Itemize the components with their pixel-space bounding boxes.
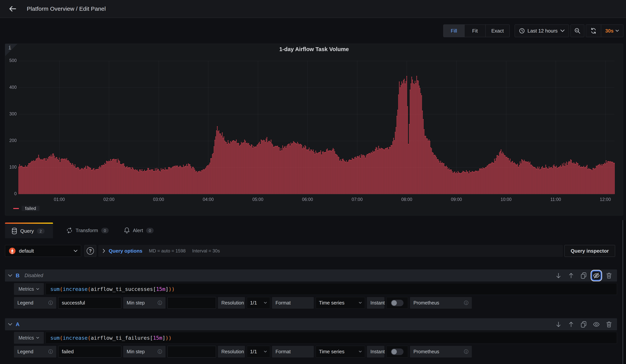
query-actions	[554, 271, 613, 280]
metrics-dropdown[interactable]: Metrics	[14, 332, 44, 344]
duplicate-query-button[interactable]	[580, 320, 588, 329]
legend-input[interactable]	[58, 346, 121, 358]
query-actions	[554, 320, 613, 329]
toggle-track	[391, 300, 403, 306]
chevron-down-icon	[264, 302, 267, 304]
info-icon[interactable]: ⓘ	[46, 349, 53, 355]
instant-toggle[interactable]	[386, 346, 408, 358]
arrow-up-icon	[568, 321, 574, 327]
instant-field-label: Instant	[367, 297, 384, 309]
datasource-picker[interactable]: default	[5, 245, 81, 257]
format-select[interactable]: Time series	[316, 297, 365, 309]
prometheus-icon	[9, 247, 16, 254]
bell-icon	[124, 227, 130, 234]
arrow-left-icon	[9, 5, 16, 12]
format-field-label: Format	[272, 346, 314, 358]
zoom-out-button[interactable]	[571, 25, 584, 37]
datasource-name: default	[19, 248, 71, 254]
tab-alert[interactable]: Alert 0	[122, 223, 156, 238]
query-options-row: Legendⓘ Min stepⓘ Resolution 1/1 Format …	[14, 346, 617, 358]
back-button[interactable]	[8, 4, 17, 13]
info-icon[interactable]: ⓘ	[155, 349, 162, 355]
question-mark-icon: ?	[87, 247, 94, 254]
zoom-out-icon	[574, 28, 581, 34]
arrow-down-icon	[556, 273, 561, 279]
legend-field-label: Legendⓘ	[14, 346, 56, 358]
toggle-query-visibility-button[interactable]	[592, 320, 601, 329]
format-field-label: Format	[272, 297, 314, 309]
datasource-help-button[interactable]: ?	[84, 245, 96, 257]
min-step-input[interactable]	[167, 297, 216, 309]
editor-tabs: Query 2 Transform 0 Alert 0	[5, 223, 617, 238]
resolution-select[interactable]: 1/1	[247, 297, 270, 309]
query-a-header[interactable]: A	[5, 318, 617, 330]
refresh-icon	[590, 28, 597, 34]
info-icon[interactable]: ⓘ	[461, 300, 468, 306]
toggle-query-visibility-button[interactable]	[592, 271, 601, 280]
toggle-knob	[391, 349, 397, 354]
datasource-type-label: Prometheusⓘ	[410, 346, 472, 358]
chart-legend[interactable]: failed	[13, 206, 39, 211]
chevron-down-icon	[74, 250, 78, 252]
refresh-interval-label: 30s	[605, 28, 614, 34]
move-query-up-button[interactable]	[567, 271, 575, 280]
tab-query-count: 2	[37, 228, 44, 234]
scrollbar-gutter	[623, 220, 626, 364]
refresh-interval-picker[interactable]: 30s	[601, 25, 623, 37]
display-mode-fit[interactable]: Fit	[465, 25, 486, 37]
toggle-track	[391, 349, 403, 355]
refresh-button[interactable]	[586, 25, 601, 37]
info-icon[interactable]: ⓘ	[155, 300, 162, 306]
query-options-md: MD = auto = 1598	[149, 248, 186, 254]
copy-icon	[581, 321, 587, 328]
transform-icon	[66, 227, 73, 234]
query-options-link[interactable]: Query options	[109, 248, 142, 254]
legend-series-swatch	[13, 208, 19, 209]
info-icon[interactable]: ⓘ	[461, 349, 468, 355]
trash-icon	[606, 321, 612, 328]
remove-query-button[interactable]	[605, 320, 613, 329]
datasource-type-label: Prometheusⓘ	[410, 297, 472, 309]
resolution-field-label: Resolution	[218, 346, 245, 358]
query-inspector-button[interactable]: Query inspector	[564, 245, 615, 257]
chevron-down-icon	[560, 30, 565, 32]
metrics-dropdown[interactable]: Metrics	[14, 283, 44, 295]
chevron-down-icon	[8, 274, 12, 277]
legend-field-label: Legendⓘ	[14, 297, 56, 309]
tab-query[interactable]: Query 2	[5, 223, 53, 238]
resolution-select[interactable]: 1/1	[247, 346, 270, 358]
time-range-picker[interactable]: Last 12 hours	[515, 25, 569, 37]
grafana-panel-editor: Platform Overview / Edit Panel Fill Fit …	[0, 0, 626, 364]
legend-input[interactable]	[58, 297, 121, 309]
time-series-chart[interactable]	[5, 44, 623, 215]
format-select[interactable]: Time series	[316, 346, 365, 358]
tab-alert-label: Alert	[133, 228, 143, 234]
copy-icon	[581, 272, 587, 279]
instant-toggle[interactable]	[386, 297, 408, 309]
display-mode-group: Fill Fit Exact	[443, 25, 510, 37]
query-options-interval: Interval = 30s	[192, 248, 220, 254]
query-expression-input[interactable]: sum(increase(airflow_ti_successes[15m]))	[45, 283, 617, 295]
tab-query-label: Query	[20, 228, 34, 234]
min-step-input[interactable]	[167, 346, 216, 358]
display-mode-fill[interactable]: Fill	[443, 25, 465, 37]
duplicate-query-button[interactable]	[580, 271, 588, 280]
metrics-dropdown-label: Metrics	[19, 286, 34, 292]
remove-query-button[interactable]	[605, 271, 613, 280]
info-icon[interactable]: ⓘ	[46, 300, 53, 306]
move-query-down-button[interactable]	[554, 320, 563, 329]
tab-transform-count: 0	[101, 228, 109, 233]
tab-alert-count: 0	[146, 228, 154, 233]
move-query-down-button[interactable]	[554, 271, 563, 280]
move-query-up-button[interactable]	[567, 320, 575, 329]
query-options-strip[interactable]: Query options MD = auto = 1598 Interval …	[98, 245, 563, 257]
query-ref-id: A	[16, 321, 20, 327]
query-b-header[interactable]: B Disabled	[5, 270, 617, 282]
eye-slash-icon	[593, 273, 600, 279]
resolution-field-label: Resolution	[218, 297, 245, 309]
display-mode-exact[interactable]: Exact	[486, 25, 509, 37]
query-expression-input[interactable]: sum(increase(airflow_ti_failures[15m]))	[45, 332, 617, 344]
min-step-field-label: Min stepⓘ	[123, 346, 165, 358]
tab-transform[interactable]: Transform 0	[65, 223, 111, 238]
chevron-down-icon	[359, 351, 362, 353]
